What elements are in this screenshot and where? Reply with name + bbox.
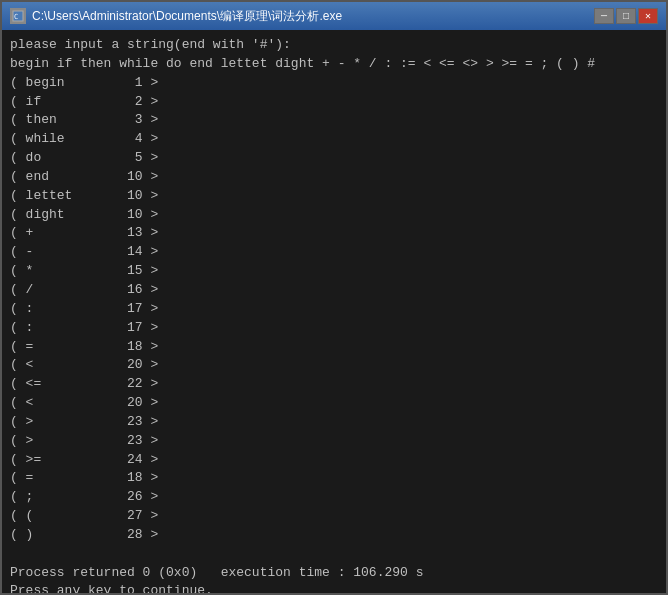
titlebar: C C:\Users\Administrator\Documents\编译原理\…: [2, 2, 666, 30]
console-line-11: ( - 14 >: [10, 243, 658, 262]
maximize-button[interactable]: □: [616, 8, 636, 24]
console-line-7: ( end 10 >: [10, 168, 658, 187]
continue-line: Press any key to continue.: [10, 582, 658, 593]
minimize-button[interactable]: ─: [594, 8, 614, 24]
console-line-4: ( then 3 >: [10, 111, 658, 130]
console-line-5: ( while 4 >: [10, 130, 658, 149]
console-line-20: ( > 23 >: [10, 413, 658, 432]
console-line-16: ( = 18 >: [10, 338, 658, 357]
console-line-2: ( begin 1 >: [10, 74, 658, 93]
console-output: please input a string(end with '#'): beg…: [2, 30, 666, 593]
console-line-23: ( = 18 >: [10, 469, 658, 488]
console-line-21: ( > 23 >: [10, 432, 658, 451]
console-line-9: ( dight 10 >: [10, 206, 658, 225]
console-line-1: begin if then while do end lettet dight …: [10, 55, 658, 74]
console-line-26: ( ) 28 >: [10, 526, 658, 545]
console-line-24: ( ; 26 >: [10, 488, 658, 507]
console-line-19: ( < 20 >: [10, 394, 658, 413]
console-line-6: ( do 5 >: [10, 149, 658, 168]
console-line-18: ( <= 22 >: [10, 375, 658, 394]
window-title: C:\Users\Administrator\Documents\编译原理\词法…: [32, 8, 342, 25]
console-line-15: ( : 17 >: [10, 319, 658, 338]
console-line-22: ( >= 24 >: [10, 451, 658, 470]
console-line-25: ( ( 27 >: [10, 507, 658, 526]
console-line-17: ( < 20 >: [10, 356, 658, 375]
svg-text:C: C: [14, 13, 18, 21]
close-button[interactable]: ✕: [638, 8, 658, 24]
process-return-line: Process returned 0 (0x0) execution time …: [10, 564, 658, 583]
app-icon: C: [10, 8, 26, 24]
console-line-13: ( / 16 >: [10, 281, 658, 300]
titlebar-buttons: ─ □ ✕: [594, 8, 658, 24]
titlebar-left: C C:\Users\Administrator\Documents\编译原理\…: [10, 8, 342, 25]
console-line-0: please input a string(end with '#'):: [10, 36, 658, 55]
console-line-14: ( : 17 >: [10, 300, 658, 319]
main-window: C C:\Users\Administrator\Documents\编译原理\…: [0, 0, 668, 595]
console-line-8: ( lettet 10 >: [10, 187, 658, 206]
console-line-10: ( + 13 >: [10, 224, 658, 243]
console-line-3: ( if 2 >: [10, 93, 658, 112]
console-line-12: ( * 15 >: [10, 262, 658, 281]
